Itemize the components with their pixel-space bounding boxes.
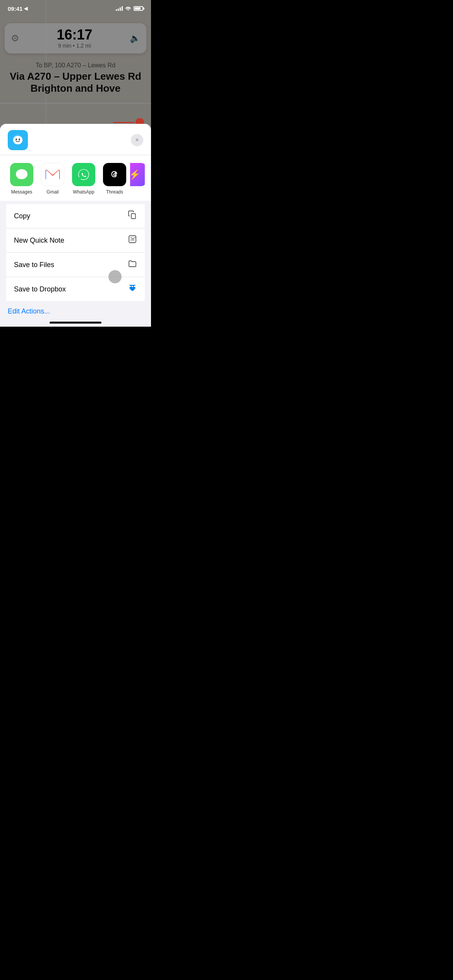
battery-icon [134,6,143,11]
threads-label: Threads [106,189,123,195]
svg-rect-19 [131,214,136,219]
share-header: × [0,124,151,155]
svg-rect-20 [129,236,136,243]
gmail-icon [41,163,64,186]
quick-note-icon [128,235,137,246]
wifi-icon [125,6,131,12]
edit-actions-row: Edit Actions... [0,301,151,319]
action-save-files[interactable]: Save to Files [6,253,145,277]
svg-point-4 [15,139,17,140]
action-copy[interactable]: Copy [6,204,145,228]
svg-point-7 [20,133,21,135]
waze-app-icon [8,130,28,150]
save-files-label: Save to Files [14,261,54,269]
dropbox-icon [128,283,137,295]
edit-actions-button[interactable]: Edit Actions... [8,307,50,315]
save-files-icon [128,259,137,271]
gmail-label: Gmail [46,189,58,195]
svg-point-8 [16,169,27,179]
threads-icon [103,163,126,186]
svg-point-3 [13,136,22,144]
svg-point-5 [19,139,20,140]
app-row: Messages [0,163,151,195]
copy-label: Copy [14,212,30,220]
home-indicator [50,322,101,324]
share-sheet: × Messages [0,124,151,327]
copy-icon [128,210,137,222]
whatsapp-icon [72,163,95,186]
location-arrow-icon: ◀ [24,6,27,11]
action-save-dropbox[interactable]: Save to Dropbox [6,277,145,301]
quick-note-label: New Quick Note [14,236,64,245]
action-quick-note[interactable]: New Quick Note [6,228,145,253]
status-right [116,6,143,12]
whatsapp-label: WhatsApp [73,189,94,195]
app-row-container: Messages [0,155,151,204]
share-app-gmail[interactable]: Gmail [37,163,68,195]
messages-label: Messages [11,189,33,195]
share-app-messages[interactable]: Messages [6,163,37,195]
status-time: 09:41 ◀ [8,5,27,12]
scroll-indicator [108,270,122,283]
share-app-more[interactable]: ⚡ [130,163,145,195]
share-app-threads[interactable]: Threads [99,163,130,195]
status-bar: 09:41 ◀ [0,0,151,17]
share-app-whatsapp[interactable]: WhatsApp [68,163,99,195]
action-list: Copy New Quick Note Save to Files [6,204,145,301]
messages-icon [10,163,33,186]
more-app-icon: ⚡ [130,163,145,186]
signal-icon [116,6,123,11]
share-close-button[interactable]: × [131,134,143,146]
save-dropbox-label: Save to Dropbox [14,285,66,293]
